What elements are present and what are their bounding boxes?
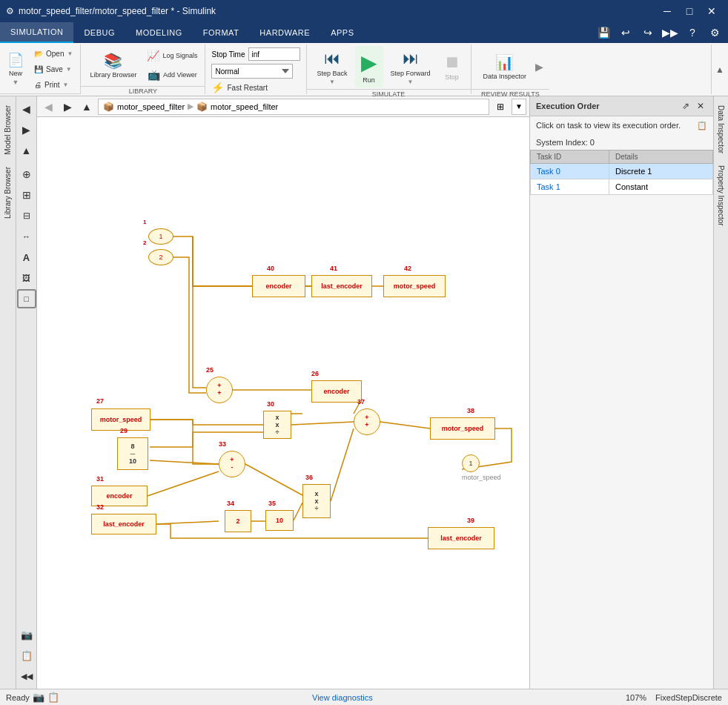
block-29[interactable]: 8─10 [117, 437, 148, 470]
block-32[interactable]: last_encoder [91, 514, 156, 534]
menu-apps[interactable]: APPS [320, 22, 364, 43]
col-details: Details [609, 150, 712, 164]
block-38[interactable]: motor_speed [430, 417, 495, 440]
task-1-id[interactable]: Task 1 [531, 179, 609, 195]
text-tool-button[interactable]: A [17, 248, 36, 267]
breadcrumb-1[interactable]: motor_speed_filter [117, 102, 185, 111]
right-panel-header: Execution Order ⇗ ✕ [530, 96, 713, 116]
collapse-button[interactable]: ◀◀ [17, 666, 36, 686]
minimize-button[interactable]: ─ [657, 4, 678, 19]
block-25[interactable]: ++ [206, 377, 233, 403]
menu-right-controls: 💾 ↩ ↪ ▶▶ ? ⚙ [593, 22, 728, 43]
block-40-num: 40 [267, 265, 274, 272]
address-bar: ◀ ▶ ▲ 📦 motor_speed_filter ▶ 📦 motor_spe… [37, 96, 529, 117]
breadcrumb-2[interactable]: motor_speed_filter [211, 102, 278, 111]
close-button[interactable]: ✕ [701, 4, 722, 19]
table-row[interactable]: Task 0 Discrete 1 [531, 164, 713, 179]
library-browser-label[interactable]: Library Browser [2, 161, 13, 225]
nav-back-button[interactable]: ◀ [17, 99, 36, 119]
menu-debug[interactable]: DEBUG [73, 22, 125, 43]
run-all-icon[interactable]: ▶▶ [660, 24, 681, 42]
view-diagnostics-link[interactable]: View diagnostics [312, 693, 373, 702]
undo-icon[interactable]: ↩ [615, 24, 636, 42]
block-42[interactable]: motor_speed [383, 275, 446, 297]
screenshot-button[interactable]: 📷 [17, 625, 36, 644]
review-expand-icon[interactable]: ▶ [535, 61, 543, 73]
solver-select[interactable]: Normal Accelerator Rapid Accelerator [211, 64, 293, 79]
panel-info-icon[interactable]: 📋 [697, 121, 707, 130]
block-39[interactable]: last_encoder [428, 527, 494, 549]
panel-click-info: Click on task to view its execution orde… [530, 116, 713, 135]
task-0-details: Discrete 1 [609, 164, 712, 179]
redo-icon[interactable]: ↪ [638, 24, 658, 42]
table-row[interactable]: Task 1 Constant [531, 179, 713, 195]
breadcrumb-icon-2: 📦 [196, 102, 208, 112]
settings-icon[interactable]: ⚙ [704, 24, 725, 42]
help-icon[interactable]: ? [682, 24, 703, 42]
stop-time-label: Stop Time [211, 50, 245, 59]
pan-button[interactable]: ↔ [17, 227, 36, 246]
data-inspector-button[interactable]: 📊 Data Inspector [477, 46, 533, 87]
zoom-fit-button[interactable]: ⊕ [17, 165, 36, 184]
block-33[interactable]: +- [219, 451, 245, 477]
model-browser-label[interactable]: Model Browser [2, 99, 13, 161]
data-inspector-label[interactable]: Data Inspector [715, 99, 727, 159]
step-back-button[interactable]: ⏮ Step Back ▼ [311, 46, 354, 87]
menu-modeling[interactable]: MODELING [125, 22, 193, 43]
block-26[interactable]: encoder [311, 380, 362, 403]
inport-2[interactable]: 2 [148, 249, 173, 265]
stop-time-input[interactable] [248, 47, 300, 61]
model-settings-button[interactable]: 📋 [17, 646, 36, 665]
status-left: Ready 📷 📋 [6, 692, 59, 703]
image-button[interactable]: 🖼 [17, 268, 36, 288]
forward-button[interactable]: ▶ [59, 99, 76, 115]
step-forward-button[interactable]: ⏭ Step Forward ▼ [385, 46, 437, 87]
task-0-id[interactable]: Task 0 [531, 164, 609, 179]
canvas-container[interactable]: 1 1 2 2 ++ 25 encoder 26 motor_speed 27 … [37, 117, 529, 689]
library-browser-button[interactable]: 📚 Library Browser [85, 46, 141, 85]
open-button[interactable]: 📂Open▼ [30, 46, 77, 61]
fast-restart-label[interactable]: Fast Restart [227, 84, 267, 92]
property-inspector-label[interactable]: Property Inspector [715, 159, 727, 232]
block-29-num: 29 [120, 427, 128, 434]
block-35[interactable]: 10 [265, 510, 294, 531]
log-signals-button[interactable]: 📈 Log Signals [144, 47, 200, 64]
title-bar: ⚙ motor_speed_filter/motor_speed_filter … [0, 0, 728, 22]
zoom-out-button[interactable]: ⊟ [17, 206, 36, 225]
right-panel: Execution Order ⇗ ✕ Click on task to vie… [529, 96, 713, 689]
grid-button[interactable]: ⊞ [492, 99, 509, 115]
library-section-label: LIBRARY [81, 86, 205, 96]
menu-simulation[interactable]: SIMULATION [0, 22, 73, 43]
block-40[interactable]: encoder [252, 275, 305, 297]
breadcrumb-dropdown[interactable]: ▼ [512, 99, 526, 115]
add-viewer-button[interactable]: 📺 Add Viewer [144, 66, 200, 84]
block-30[interactable]: xx÷ [263, 411, 291, 439]
wiring-diagram [37, 117, 529, 689]
zoom-in-button[interactable]: ⊞ [17, 185, 36, 205]
save-button[interactable]: 💾Save▼ [30, 62, 77, 76]
back-button[interactable]: ◀ [40, 99, 56, 115]
new-button[interactable]: 📄 New ▼ [3, 50, 28, 88]
up-button[interactable]: ▲ [79, 99, 95, 115]
print-button[interactable]: 🖨Print▼ [30, 77, 77, 92]
toolbar-expand-button[interactable]: ▲ [715, 55, 725, 85]
box-button[interactable]: □ [17, 289, 36, 308]
panel-close-button[interactable]: ✕ [694, 99, 707, 113]
maximize-button[interactable]: □ [679, 4, 700, 19]
block-36[interactable]: xx÷ [302, 484, 331, 518]
block-41[interactable]: last_encoder [311, 275, 372, 297]
save-icon[interactable]: 💾 [593, 24, 614, 42]
block-34[interactable]: 2 [225, 510, 251, 532]
task-1-details: Constant [609, 179, 712, 195]
inport-1[interactable]: 1 [148, 228, 173, 245]
nav-forward-button[interactable]: ▶ [17, 120, 36, 139]
menu-format[interactable]: FORMAT [193, 22, 250, 43]
panel-popout-button[interactable]: ⇗ [679, 99, 692, 113]
block-37[interactable]: ++ [354, 408, 380, 435]
port-2-label: 2 [143, 239, 146, 246]
menu-hardware[interactable]: HARDWARE [249, 22, 320, 43]
stop-button[interactable]: ⏹ Stop [438, 46, 466, 87]
nav-up-button[interactable]: ▲ [17, 141, 36, 160]
stop-time-row: Stop Time [211, 47, 300, 61]
run-button[interactable]: ▶ Run [355, 46, 383, 87]
